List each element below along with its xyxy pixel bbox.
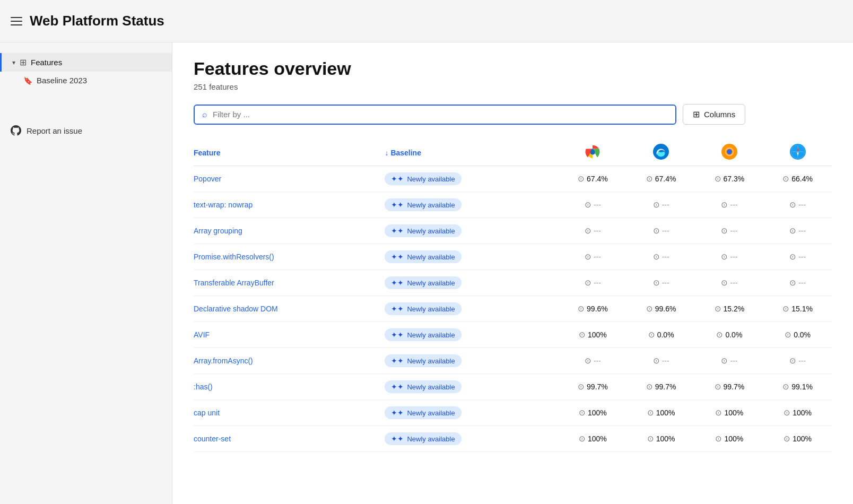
baseline-badge: ✦✦ Newly available: [385, 354, 461, 367]
table-row: Array.fromAsync() ✦✦ Newly available ⊙--…: [194, 348, 832, 374]
table-row: text-wrap: nowrap ✦✦ Newly available ⊙--…: [194, 192, 832, 218]
baseline-badge: ✦✦ Newly available: [385, 406, 461, 419]
feature-link[interactable]: cap unit: [194, 409, 220, 417]
baseline-badge: ✦✦ Newly available: [385, 224, 461, 237]
feature-link[interactable]: Transferable ArrayBuffer: [194, 279, 274, 287]
safari-cell: ⊙100%: [763, 426, 832, 452]
hamburger-icon[interactable]: [11, 17, 22, 25]
sidebar-baseline-label: Baseline 2023: [37, 76, 87, 85]
sparkle-icon: ✦✦: [391, 357, 404, 365]
firefox-cell: ⊙---: [695, 218, 764, 244]
grid-icon: ⊞: [20, 57, 27, 67]
sparkle-icon: ✦✦: [391, 383, 404, 391]
feature-link[interactable]: Promise.withResolvers(): [194, 253, 274, 261]
firefox-cell: ⊙---: [695, 270, 764, 296]
table-row: Array grouping ✦✦ Newly available ⊙--- ⊙…: [194, 218, 832, 244]
sidebar-features-label: Features: [31, 58, 62, 67]
app-title: Web Platform Status: [30, 13, 164, 29]
baseline-badge: ✦✦ Newly available: [385, 328, 461, 341]
feature-link[interactable]: Array grouping: [194, 227, 242, 235]
feature-link[interactable]: Popover: [194, 175, 221, 183]
table-row: :has() ✦✦ Newly available ⊙99.7% ⊙99.7% …: [194, 374, 832, 400]
edge-cell: ⊙---: [627, 192, 695, 218]
svg-point-3: [653, 144, 669, 160]
filter-input-wrapper: ⌕: [194, 105, 676, 125]
col-firefox: [695, 140, 764, 166]
feature-link[interactable]: text-wrap: nowrap: [194, 201, 253, 209]
columns-label: Columns: [704, 110, 735, 119]
table-row: Transferable ArrayBuffer ✦✦ Newly availa…: [194, 270, 832, 296]
columns-icon: ⊞: [693, 109, 700, 119]
chrome-cell: ⊙100%: [559, 400, 627, 426]
edge-cell: ⊙---: [627, 218, 695, 244]
sparkle-icon: ✦✦: [391, 435, 404, 443]
chrome-cell: ⊙---: [559, 218, 627, 244]
edge-cell: ⊙100%: [627, 400, 695, 426]
svg-point-2: [590, 150, 595, 154]
sidebar-item-baseline[interactable]: 🔖 Baseline 2023: [0, 72, 172, 89]
chrome-cell: ⊙100%: [559, 322, 627, 348]
chrome-cell: ⊙99.6%: [559, 296, 627, 322]
baseline-badge: ✦✦ Newly available: [385, 276, 461, 289]
col-baseline[interactable]: ↓Baseline: [385, 140, 559, 166]
firefox-cell: ⊙15.2%: [695, 296, 764, 322]
edge-cell: ⊙---: [627, 348, 695, 374]
chrome-cell: ⊙67.4%: [559, 166, 627, 192]
firefox-cell: ⊙---: [695, 348, 764, 374]
col-feature[interactable]: Feature: [194, 140, 385, 166]
columns-button[interactable]: ⊞ Columns: [683, 104, 745, 125]
chrome-cell: ⊙---: [559, 244, 627, 270]
safari-logo: [790, 144, 806, 160]
feature-link[interactable]: AVIF: [194, 331, 210, 339]
sparkle-icon: ✦✦: [391, 253, 404, 261]
chrome-cell: ⊙100%: [559, 426, 627, 452]
edge-cell: ⊙67.4%: [627, 166, 695, 192]
sparkle-icon: ✦✦: [391, 201, 404, 209]
safari-cell: ⊙15.1%: [763, 296, 832, 322]
page-title: Features overview: [194, 58, 832, 79]
feature-link[interactable]: counter-set: [194, 435, 231, 443]
safari-cell: ⊙---: [763, 348, 832, 374]
sidebar-item-features[interactable]: ▾ ⊞ Features: [0, 53, 172, 72]
safari-cell: ⊙---: [763, 192, 832, 218]
chrome-cell: ⊙---: [559, 270, 627, 296]
firefox-cell: ⊙67.3%: [695, 166, 764, 192]
sidebar-report-issue[interactable]: Report an issue: [0, 121, 172, 140]
table-row: cap unit ✦✦ Newly available ⊙100% ⊙100% …: [194, 400, 832, 426]
feature-link[interactable]: Declarative shadow DOM: [194, 305, 278, 313]
edge-cell: ⊙---: [627, 244, 695, 270]
baseline-badge: ✦✦ Newly available: [385, 172, 461, 185]
col-safari: [763, 140, 832, 166]
edge-cell: ⊙---: [627, 270, 695, 296]
top-nav: Web Platform Status: [0, 0, 853, 42]
sparkle-icon: ✦✦: [391, 409, 404, 417]
svg-point-6: [727, 149, 732, 154]
sparkle-icon: ✦✦: [391, 331, 404, 339]
firefox-cell: ⊙---: [695, 192, 764, 218]
edge-cell: ⊙100%: [627, 426, 695, 452]
table-header-row: Feature ↓Baseline: [194, 140, 832, 166]
edge-cell: ⊙99.7%: [627, 374, 695, 400]
main-layout: ▾ ⊞ Features 🔖 Baseline 2023 Report an i…: [0, 42, 853, 504]
sparkle-icon: ✦✦: [391, 279, 404, 287]
sparkle-icon: ✦✦: [391, 227, 404, 235]
safari-cell: ⊙100%: [763, 400, 832, 426]
edge-cell: ⊙0.0%: [627, 322, 695, 348]
feature-count: 251 features: [194, 82, 832, 91]
safari-cell: ⊙66.4%: [763, 166, 832, 192]
feature-link[interactable]: :has(): [194, 383, 213, 391]
bookmark-icon: 🔖: [23, 76, 32, 85]
safari-cell: ⊙---: [763, 218, 832, 244]
feature-link[interactable]: Array.fromAsync(): [194, 357, 253, 365]
safari-cell: ⊙---: [763, 270, 832, 296]
firefox-cell: ⊙100%: [695, 426, 764, 452]
table-row: Popover ✦✦ Newly available ⊙67.4% ⊙67.4%…: [194, 166, 832, 192]
chrome-logo: [585, 144, 600, 160]
edge-cell: ⊙99.6%: [627, 296, 695, 322]
firefox-logo: [721, 144, 737, 160]
firefox-cell: ⊙99.7%: [695, 374, 764, 400]
chrome-cell: ⊙---: [559, 348, 627, 374]
filter-input[interactable]: [213, 110, 668, 119]
sparkle-icon: ✦✦: [391, 305, 404, 313]
baseline-badge: ✦✦ Newly available: [385, 432, 461, 445]
